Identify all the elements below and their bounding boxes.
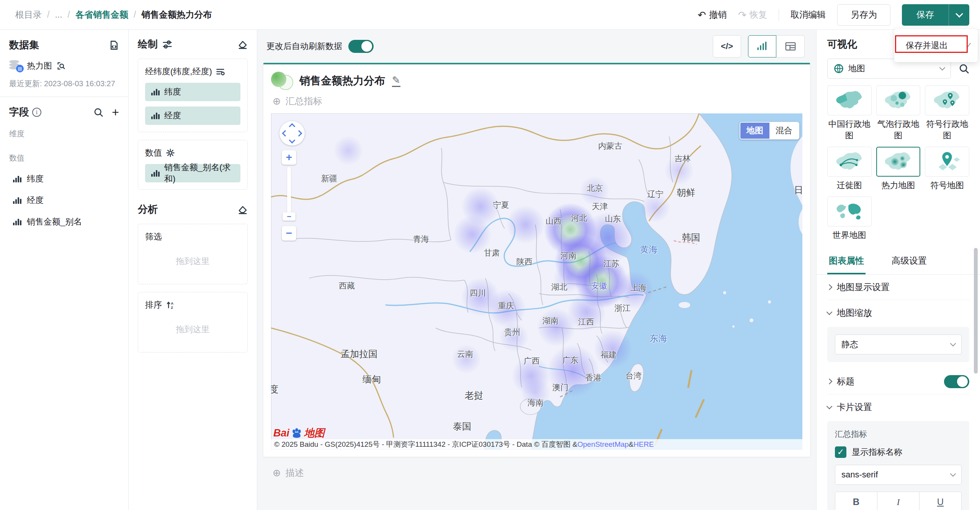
geo-field-longitude[interactable]: 经度 bbox=[145, 107, 240, 125]
geo-field-latitude[interactable]: 纬度 bbox=[145, 83, 240, 101]
italic-button[interactable]: I bbox=[877, 492, 920, 510]
add-field-icon[interactable]: + bbox=[112, 106, 119, 118]
zoom-slider-handle[interactable]: − bbox=[283, 212, 296, 221]
save-as-button[interactable]: 另存为 bbox=[837, 4, 890, 26]
switch-dataset-icon[interactable] bbox=[109, 40, 119, 50]
map-pan-control[interactable] bbox=[279, 121, 305, 146]
auto-refresh-toggle[interactable] bbox=[348, 40, 374, 53]
zoom-mode-select[interactable]: 静态 bbox=[835, 335, 962, 354]
save-split-button[interactable]: 保存 bbox=[902, 4, 969, 26]
tab-advanced-settings[interactable]: 高级设置 bbox=[890, 249, 928, 274]
save-button[interactable]: 保存 bbox=[902, 4, 949, 26]
save-and-exit-item[interactable]: 保存并退出 bbox=[906, 40, 948, 51]
settings-tabs: 图表属性 高级设置 bbox=[817, 249, 980, 275]
map-type-tile-heat[interactable] bbox=[876, 147, 921, 177]
scrollbar-thumb[interactable] bbox=[974, 248, 978, 374]
openstreetmap-link[interactable]: OpenStreetMap bbox=[577, 440, 629, 449]
table-view-button[interactable] bbox=[776, 35, 805, 57]
map-type-tile-symbolMap[interactable] bbox=[925, 147, 969, 177]
eraser-icon[interactable] bbox=[238, 39, 248, 49]
value-zone-label: 数值 bbox=[145, 147, 162, 159]
zoom-slider-track[interactable] bbox=[287, 167, 291, 217]
breadcrumb-parent[interactable]: 各省销售金额 bbox=[75, 9, 128, 21]
dataset-panel-title: 数据集 bbox=[9, 38, 39, 52]
cancel-edit-button[interactable]: 取消编辑 bbox=[791, 9, 826, 21]
value-field-sales[interactable]: 销售金额_别名(求和) bbox=[145, 164, 240, 182]
search-fields-icon[interactable] bbox=[93, 107, 103, 117]
breadcrumb-current: 销售金额热力分布 bbox=[141, 9, 212, 21]
dataset-item[interactable]: ▤ 热力图 bbox=[9, 60, 119, 72]
zoom-in-button[interactable]: + bbox=[282, 150, 296, 165]
summary-metric-label: 汇总指标 bbox=[835, 429, 962, 439]
add-summary-metric[interactable]: ⊕ 汇总指标 bbox=[273, 95, 802, 107]
chart-type-value: 地图 bbox=[848, 63, 936, 74]
redo-button[interactable]: ↷ 恢复 bbox=[738, 9, 767, 21]
sort-az-icon: AZ bbox=[166, 300, 175, 310]
underline-button[interactable]: U bbox=[920, 492, 962, 510]
section-title[interactable]: 标题 bbox=[827, 369, 969, 394]
search-chart-type-icon[interactable] bbox=[959, 63, 969, 74]
map-type-tile-chinaAdmin[interactable] bbox=[827, 85, 872, 115]
here-link[interactable]: HERE bbox=[634, 440, 654, 449]
section-map-zoom[interactable]: 地图缩放 bbox=[827, 300, 969, 325]
font-family-select[interactable]: sans-serif bbox=[835, 465, 962, 485]
geo-drop-zone[interactable]: 经纬度(纬度,经度) 纬度 经度 bbox=[138, 59, 248, 132]
map-type-tile-bubbleAdmin[interactable] bbox=[876, 85, 921, 115]
show-metric-name-checkbox[interactable]: ✓ bbox=[835, 446, 846, 458]
drop-hint: 拖到这里 bbox=[145, 311, 240, 345]
code-view-button[interactable]: </> bbox=[713, 35, 741, 57]
chevron-down-icon bbox=[826, 309, 833, 315]
filter-drop-zone[interactable]: 筛选 拖到这里 bbox=[138, 224, 248, 284]
canvas-area: 更改后自动刷新数据 </> bbox=[257, 30, 816, 510]
breadcrumb-root[interactable]: 根目录 bbox=[15, 9, 42, 21]
chevron-down-icon bbox=[939, 65, 946, 71]
geo-group-label: 经纬度(纬度,经度) bbox=[145, 66, 212, 77]
save-dropdown-button[interactable] bbox=[949, 4, 969, 26]
section-card-settings[interactable]: 卡片设置 bbox=[827, 394, 969, 420]
baidu-paw-icon bbox=[290, 426, 303, 439]
sort-label: 排序 bbox=[145, 299, 162, 311]
field-item-sales-amount[interactable]: 销售金额_别名 bbox=[9, 216, 119, 228]
map-zoom-settings: 静态 bbox=[827, 327, 969, 362]
title-toggle[interactable] bbox=[944, 375, 969, 388]
filter-list-icon[interactable] bbox=[216, 67, 225, 76]
draw-panel: 绘制 经纬度(纬度,经度) 纬度 bbox=[129, 30, 257, 510]
map-geography bbox=[271, 113, 802, 450]
map-type-grid: 中国行政地图气泡行政地图符号行政地图迁徙图热力地图符号地图世界地图 bbox=[827, 85, 969, 241]
map-type-tile-migrate[interactable] bbox=[827, 147, 872, 177]
field-item-latitude[interactable]: 纬度 bbox=[9, 173, 119, 185]
bold-button[interactable]: B bbox=[835, 492, 877, 510]
map-type-tile-world[interactable] bbox=[827, 197, 872, 226]
value-drop-zone[interactable]: 数值 销售金额_别名(求和) bbox=[138, 140, 248, 190]
chart-view-button[interactable] bbox=[748, 35, 776, 57]
page: 根目录 / ... / 各省销售金额 / 销售金额热力分布 ↶ 撤销 ↷ 恢复 … bbox=[0, 0, 980, 510]
map-type-hybrid[interactable]: 混合 bbox=[769, 123, 799, 139]
zoom-out-button[interactable]: − bbox=[282, 226, 296, 241]
breadcrumb: 根目录 / ... / 各省销售金额 / 销售金额热力分布 bbox=[15, 9, 212, 21]
section-map-display[interactable]: 地图显示设置 bbox=[827, 275, 969, 300]
breadcrumb-separator: / bbox=[47, 10, 49, 20]
edit-title-icon[interactable]: ✎ bbox=[392, 75, 400, 87]
tune-icon[interactable] bbox=[162, 39, 172, 49]
sort-drop-zone[interactable]: 排序 AZ 拖到这里 bbox=[138, 292, 248, 353]
add-description[interactable]: ⊕ 描述 bbox=[273, 467, 816, 479]
pan-left-icon bbox=[282, 130, 289, 137]
gear-icon[interactable] bbox=[166, 148, 175, 157]
map-type-tile-symbolAdmin[interactable] bbox=[925, 85, 969, 115]
measure-field-icon bbox=[151, 89, 160, 95]
baidu-logo: Bai 地图 bbox=[273, 426, 325, 440]
field-item-longitude[interactable]: 经度 bbox=[9, 195, 119, 206]
pan-down-icon bbox=[289, 137, 296, 144]
tab-chart-properties[interactable]: 图表属性 bbox=[827, 249, 866, 274]
eraser-icon[interactable] bbox=[238, 205, 248, 215]
bar-chart-icon bbox=[756, 41, 768, 52]
measure-field-icon bbox=[13, 176, 21, 182]
visualization-panel: 可视化 地图 中国行政地图气泡行政地图符号行政地图迁徙图热力地图符号地图世界地图… bbox=[816, 30, 980, 510]
breadcrumb-ellipsis[interactable]: ... bbox=[55, 10, 62, 20]
undo-button[interactable]: ↶ 撤销 bbox=[697, 9, 727, 21]
map-attribution: © 2025 Baidu - GS(2025)4125号 - 甲测资字11111… bbox=[271, 439, 802, 450]
table-icon bbox=[785, 41, 796, 52]
map-type-map[interactable]: 地图 bbox=[740, 123, 769, 139]
baidu-map[interactable]: 新疆内蒙古吉林辽宁朝鲜北京天津河北山西宁夏山东韩国黄海青海甘肃陕西河南江苏安徽上… bbox=[271, 113, 802, 450]
preview-dataset-icon[interactable] bbox=[57, 61, 66, 71]
